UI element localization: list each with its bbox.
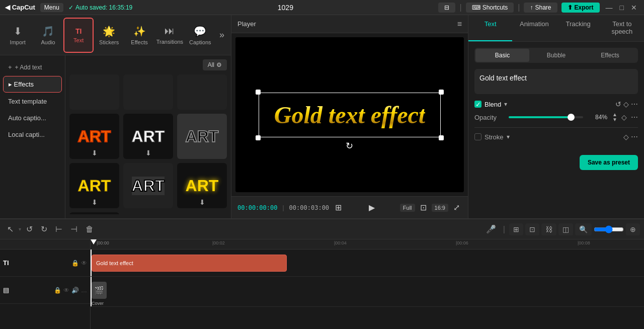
snap-button[interactable]: ⊞ [509,223,523,235]
stroke-keyframe-icon[interactable]: ◇ [623,133,629,141]
zoom-in-button[interactable]: ⊕ [626,223,640,235]
grid-item-6[interactable]: ART ⬇ [177,163,227,208]
grid-item-3[interactable]: ART [177,114,227,159]
stroke-expand-icon[interactable]: ▾ [507,133,510,140]
stroke-more-icon[interactable]: ⋯ [631,133,638,141]
text-input[interactable]: Gold text effect [474,69,638,94]
tab-import[interactable]: ⬇ Import [3,18,33,53]
nav-expand-button[interactable]: » [215,26,228,44]
reset-icon[interactable]: ↺ [615,100,621,108]
blend-expand-icon[interactable]: ▾ [504,101,507,108]
handle-tl[interactable] [256,90,261,95]
delete-button[interactable]: 🗑 [83,223,97,236]
zoom-out-button[interactable]: 🔍 [575,223,592,235]
player-menu-button[interactable]: ≡ [457,20,462,29]
handle-br[interactable] [439,135,444,140]
text-eye-button[interactable]: 👁 [81,260,87,267]
ratio-button[interactable]: 16:9 [432,204,448,212]
rotate-handle[interactable]: ↻ [346,140,353,151]
effects-nav-icon: ✨ [133,25,146,37]
ruler-spacer [0,239,90,250]
subtab-effects[interactable]: Effects [583,49,637,62]
sidebar-item-text-template[interactable]: Text template [3,94,62,109]
timeline-grid-button[interactable]: ⊞ [333,201,344,214]
tab-text[interactable]: TI Text [63,18,94,53]
split-left-button[interactable]: ⊢ [52,222,65,236]
grid-item-7[interactable]: ART [69,212,119,214]
subtab-bubble[interactable]: Bubble [529,49,583,62]
tab-audio[interactable]: 🎵 Audio [33,18,63,53]
monitor-button[interactable]: ⊟ [438,3,455,13]
opacity-more-icon[interactable]: ⋯ [631,113,638,121]
link-button[interactable]: ⛓ [541,223,556,235]
video-lock-button[interactable]: 🔒 [54,287,61,294]
left-panel: ⬇ Import 🎵 Audio TI Text 🌟 Stickers ✨ Ef… [0,15,231,218]
add-text-button[interactable]: + + Add text [3,59,62,75]
text-track-header: TI 🔒 👁 [0,250,90,277]
minimize-button[interactable]: — [604,3,615,13]
more-icon[interactable]: ⋯ [631,100,638,108]
sidebar-item-auto-caption[interactable]: Auto captio... [3,110,62,126]
video-eye-button[interactable]: 👁 [63,287,69,294]
opacity-down-button[interactable]: ▼ [612,117,617,122]
tab-captions[interactable]: 💬 Captions [185,18,215,53]
track-headers: TI 🔒 👁 ▤ 🔒 👁 🔊 … [0,239,91,329]
keyframe-icon[interactable]: ◇ [623,100,629,108]
handle-tr[interactable] [439,90,444,95]
tab-stickers[interactable]: 🌟 Stickers [94,18,124,53]
zoom-slider[interactable] [594,225,624,233]
opacity-thumb[interactable] [568,114,575,121]
art-text-1: ART [78,127,111,146]
full-button[interactable]: Full [400,204,415,212]
close-button[interactable]: ✕ [629,3,639,13]
video-more-button[interactable]: … [81,287,87,294]
maximize-button[interactable]: □ [618,3,626,13]
menu-button[interactable]: Menu [40,3,63,12]
text-lock-button[interactable]: 🔒 [71,260,79,267]
shortcuts-button[interactable]: ⌨ Shortcuts [466,3,514,13]
grid-item-5[interactable]: ART [123,163,173,208]
tab-animation[interactable]: Animation [512,15,556,41]
mic-button[interactable]: 🎤 [483,222,499,236]
player-canvas[interactable]: Gold text effect ↻ [235,37,464,192]
grid-item-1[interactable]: ART ⬇ [69,114,119,159]
grid-item-2[interactable]: ART ⬇ [123,114,173,159]
transitions-icon: ⏭ [165,25,175,37]
expand-button[interactable]: ⤢ [451,201,462,214]
tab-text-to-speech[interactable]: Text to speech [600,15,644,41]
share-button[interactable]: ↑ Share [524,3,557,13]
split-audio-button[interactable]: ◫ [558,223,573,235]
grid-item-4[interactable]: ART ⬇ [69,163,119,208]
grid-item-placeholder1[interactable] [69,74,119,110]
opacity-value: 84% [587,114,607,121]
grid-item-placeholder2[interactable] [123,74,173,110]
export-button[interactable]: ⬆ Export [561,3,600,13]
undo-button[interactable]: ↺ [23,222,36,236]
tab-transitions[interactable]: ⏭ Transitions [154,18,185,53]
opacity-keyframe-icon[interactable]: ◇ [621,113,627,121]
stroke-checkbox[interactable] [474,133,481,140]
subtab-basic[interactable]: Basic [475,49,529,62]
opacity-slider[interactable] [509,116,583,118]
sidebar-item-effects[interactable]: ▸ Effects [3,76,62,93]
tab-tracking[interactable]: Tracking [556,15,600,41]
magnet-button[interactable]: ⊡ [525,223,539,235]
tab-effects[interactable]: ✨ Effects [124,18,154,53]
split-right-button[interactable]: ⊣ [67,222,80,236]
grid-item-placeholder3[interactable] [177,74,227,110]
text-selection-container[interactable]: Gold text effect ↻ [259,93,441,137]
handle-bl[interactable] [256,135,261,140]
cover-clip[interactable]: 🎬 [92,282,107,299]
sidebar-item-local-caption[interactable]: Local capti... [3,127,62,142]
video-audio-button[interactable]: 🔊 [71,287,79,294]
text-clip[interactable]: Gold text effect [92,255,287,272]
autosave-status: ✓ Auto saved: 16:35:19 [68,4,132,11]
save-preset-button[interactable]: Save as preset [580,155,638,170]
select-tool-button[interactable]: ↖ [4,222,17,236]
redo-button[interactable]: ↻ [38,222,50,236]
filter-button[interactable]: All ⚙ [203,59,227,70]
play-button[interactable]: ▶ [367,201,377,214]
crop-button[interactable]: ⊡ [418,201,429,214]
tab-text-properties[interactable]: Text [468,15,512,41]
blend-checkbox[interactable]: ✓ [474,101,481,108]
